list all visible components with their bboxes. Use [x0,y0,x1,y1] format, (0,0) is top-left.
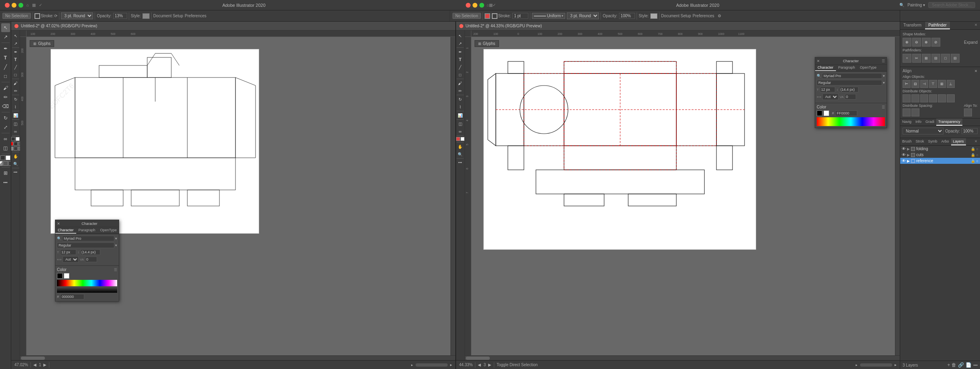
type-tool[interactable]: T [1,53,10,62]
blend-mode-select[interactable]: Normal [903,128,943,135]
canvas-select-right[interactable]: ↖ [457,32,464,39]
chevron-stroke-type[interactable]: ▾ [562,14,563,18]
canvas-fg-right[interactable] [456,137,460,141]
align-close[interactable]: ✕ [974,69,978,73]
track-select-right[interactable]: Auto [822,94,838,100]
blend-tool[interactable]: ∞ [1,135,10,143]
align-right-btn[interactable]: ⊣ [920,80,928,88]
leading-input-left[interactable] [80,249,100,255]
canvas-gradient-left[interactable]: ◫ [12,120,19,127]
canvas-close-right[interactable] [459,24,463,28]
none-mode-btn[interactable] [8,161,12,166]
canvas-graph-left[interactable]: 📊 [12,112,19,119]
stroke-swatch-right[interactable] [492,13,497,19]
color-menu-right[interactable]: ☰ [882,105,885,109]
color-menu-left[interactable]: ☰ [114,268,117,272]
background-color[interactable] [6,155,10,160]
canvas-warp-left[interactable]: ⌇ [12,103,19,110]
canvas-type-left[interactable]: T [12,56,19,63]
canvas-bg-left[interactable] [16,137,20,141]
pencil-tool[interactable]: ✏ [1,93,10,102]
stroke-weight-right[interactable] [512,13,528,19]
h-scrollbar-thumb-left[interactable] [21,357,45,360]
layer-item-reference[interactable]: 👁 ▶ reference 🔒 ○ [900,158,980,164]
direct-selection-tool[interactable]: ↗ [1,33,10,41]
paintbrush-tool[interactable]: 🖌 [1,84,10,92]
canvas-rect-left[interactable]: □ [12,71,19,78]
char-tab-ot-left[interactable]: OpenType [98,227,120,234]
settings-icon-right[interactable]: ⚙ [718,14,721,18]
pf-crop-btn[interactable]: ⊟ [931,54,940,63]
char-panel-close-right[interactable]: ✕ [817,59,820,63]
style-input-left[interactable] [57,243,114,248]
pf-merge-btn[interactable]: ⊞ [922,54,931,63]
scroll-right-right[interactable]: ▸ [895,363,897,367]
canvas-select-left[interactable]: ↖ [12,32,19,39]
char-panel-close-left[interactable]: ✕ [57,222,60,226]
doc-setup-right[interactable]: Document Setup [661,14,691,18]
char-panel-menu-right[interactable]: ☰ [882,59,885,63]
shape-intersect-btn[interactable]: ⊗ [922,38,931,47]
leading-input-right[interactable] [839,87,858,92]
canvas-red-swatch-left[interactable] [11,142,13,146]
canvas-blend-left[interactable]: ∞ [12,128,19,135]
char-tab-char-left[interactable]: Character [55,227,76,234]
page-next-left[interactable]: ▶ [43,363,47,367]
glyphs-panel-right[interactable]: ⊞ Glyphs [475,40,499,47]
toggle-direct-selection[interactable]: Toggle Direct Selection [497,363,853,367]
symb-tab[interactable]: Symb [926,138,939,145]
h-scrollbar-left[interactable] [20,355,455,360]
canvas-hand-left[interactable]: ✋ [12,153,19,160]
canvas-more-left[interactable]: ••• [12,169,19,176]
strok-tab[interactable]: Strok [914,138,926,145]
fill-swatch-right[interactable] [485,13,490,19]
canvas-pen-right[interactable]: ✒ [457,48,464,55]
opacity-input-right[interactable] [619,13,635,19]
dist-vcenter-btn[interactable] [938,94,946,102]
track-select-left[interactable]: Auto [63,256,79,263]
layers-tab[interactable]: Layers [951,138,966,145]
size-input-right[interactable] [820,87,835,92]
layer-expand-cuts[interactable]: ▶ [907,153,910,157]
eraser-tool[interactable]: ⌫ [1,102,10,111]
canvas-more-right[interactable]: ••• [457,159,464,166]
zoom-display-left[interactable]: 47.02% [14,363,28,367]
layer-item-cuts[interactable]: 👁 ▶ cuts 🔒 ○ [900,152,980,158]
font-input-right[interactable] [822,73,882,79]
navig-tab[interactable]: Navig [900,118,913,126]
opacity-panel-input[interactable] [962,128,978,134]
style-swatch-left[interactable] [142,13,150,19]
rect-tool[interactable]: □ [1,72,10,81]
delete-layer-btn[interactable]: 🗑 [952,362,956,368]
dist-spacing-v-btn[interactable] [911,108,919,116]
preferences-left[interactable]: Preferences [185,14,207,18]
dist-top-btn[interactable] [929,94,937,102]
pf-outline-btn[interactable]: □ [941,54,950,63]
transparency-tab[interactable]: Transparency [936,118,962,126]
page-prev-right[interactable]: ◀ [478,363,481,367]
layer-expand-reference[interactable]: ▶ [907,159,910,163]
opacity-input-left[interactable] [113,13,127,19]
layers-link-btn[interactable]: 🔗 [958,362,964,368]
maximize-button-right[interactable] [479,3,484,8]
close-button-left[interactable] [5,3,10,8]
layers-close[interactable]: ✕ [972,138,980,145]
transform-tab[interactable]: Transform [900,22,925,29]
canvas-line-right[interactable]: ╱ [457,63,464,71]
doc-setup-left[interactable]: Document Setup [153,14,183,18]
pt-round-select-right[interactable]: 3 pt. Round [567,12,599,19]
char-tab-char-right[interactable]: Character [815,65,836,71]
layer-eye-folding[interactable]: 👁 [902,147,906,151]
zoom-display-right[interactable]: 44.33% [459,363,473,367]
layer-eye-cuts[interactable]: 👁 [902,153,906,157]
pf-trim-btn[interactable]: ✂ [912,54,921,63]
align-to-btn[interactable] [964,108,972,116]
char-tab-ot-right[interactable]: OpenType [858,65,879,71]
line-tool[interactable]: ╱ [1,63,10,71]
status-menu-left[interactable]: ▸ [411,363,413,367]
gradi-tab[interactable]: Gradi [923,118,936,126]
hex-input-left[interactable] [60,294,84,300]
canvas-zoom-right[interactable]: 🔍 [457,151,464,158]
stroke-weight-select-left[interactable]: 3 pt. Round [61,12,93,19]
info-tab[interactable]: Info [913,118,923,126]
